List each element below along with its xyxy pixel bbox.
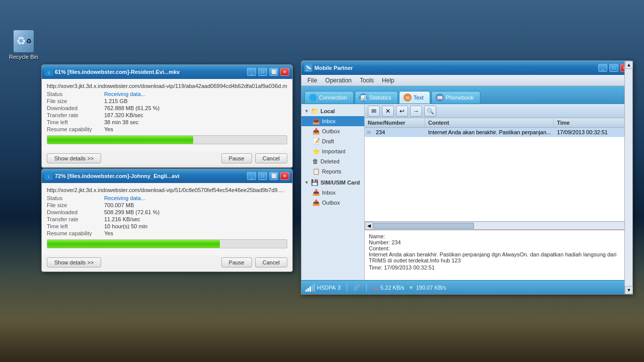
message-list-area: Name/Number Content Time ✉ 234 Internet … — [365, 118, 632, 229]
download-arrow-icon: ▼ — [409, 285, 414, 291]
download-win1-timeleft-value: 38 min 38 sec — [104, 119, 138, 125]
mobile-restore-btn[interactable]: □ — [609, 64, 618, 72]
tree-local-draft[interactable]: 📝 Draft — [301, 136, 364, 146]
download-win1-details-btn[interactable]: Show details >> — [47, 153, 101, 163]
detail-scroll-down-btn[interactable]: ▼ — [625, 286, 633, 294]
detail-scroll-track — [625, 69, 632, 286]
tree-group-sim: ▼ 💾 SIM/USIM Card 📥 Inbox 📤 Outbox — [301, 177, 364, 208]
tree-local-outbox[interactable]: 📤 Outbox — [301, 126, 364, 136]
reply-message-btn[interactable]: ↩ — [396, 106, 408, 117]
detail-content-label: Content: — [369, 245, 390, 251]
download-win2-timeleft-row: Time left 10 hour(s) 50 min — [47, 223, 287, 229]
menu-tools[interactable]: Tools — [356, 76, 378, 85]
message-time: 17/09/2013 00:32:51 — [554, 128, 624, 137]
download-win1-pause-btn[interactable]: Pause — [221, 153, 252, 163]
tree-local-outbox-label: Outbox — [322, 128, 340, 134]
mobile-partner-window: 📡 Mobile Partner _ □ ✕ File Operation To… — [301, 60, 633, 295]
tree-local-important[interactable]: ⭐ Important — [301, 146, 364, 156]
download-win2-downloaded-label: Downloaded — [47, 209, 102, 215]
download-win2-minimize-btn[interactable]: _ — [247, 172, 256, 180]
menu-operation[interactable]: Operation — [321, 76, 356, 85]
download-win1-resume-value: Yes — [104, 126, 113, 132]
download-win2-status-row: Status Receiving data... — [47, 195, 287, 201]
download-win2-transfer-label: Transfer rate — [47, 216, 102, 222]
search-message-btn[interactable]: 🔍 — [424, 106, 436, 117]
download-win1-footer: Show details >> Pause Cancel — [42, 151, 292, 167]
h-scroll-left-btn[interactable]: ◀ — [365, 222, 373, 230]
message-detail-container: Name: Number: 234 Content: Internet Anda… — [365, 229, 632, 280]
detail-scroll-up-btn[interactable]: ▲ — [625, 61, 633, 69]
tab-phonebook[interactable]: 📖 Phonebook — [431, 91, 480, 104]
download-win1-timeleft-label: Time left — [47, 119, 102, 125]
message-envelope-icon: ✉ — [365, 130, 373, 135]
download-win2-titlebar: ↓ 72% [files.indowebster.com]-Johnny_Eng… — [42, 169, 292, 183]
detail-number: Number: 234 — [369, 239, 628, 245]
signal-status: HSDPA 3 — [305, 284, 341, 292]
menu-file[interactable]: File — [303, 76, 321, 85]
h-scroll-thumb[interactable] — [373, 223, 474, 229]
download-win2-cancel-btn[interactable]: Cancel — [255, 257, 287, 267]
tab-phonebook-label: Phonebook — [446, 95, 474, 101]
new-message-btn[interactable]: ✉ — [368, 106, 380, 117]
download-win1-cancel-btn[interactable]: Cancel — [255, 153, 287, 163]
detail-scrollbar[interactable]: ▲ ▼ — [624, 61, 632, 294]
horizontal-scrollbar: ◀ ▶ — [365, 221, 632, 229]
list-item[interactable]: ✉ 234 Internet Anda akan berakhir. Pasti… — [365, 128, 624, 137]
download-window-1: ↓ 61% [files.indowebster.com]-Resident.E… — [41, 64, 293, 168]
download-win1-icon: ↓ — [45, 68, 53, 76]
download-win2-close-btn[interactable]: ✕ — [280, 172, 289, 180]
statistics-icon: 📊 — [359, 94, 367, 102]
tab-connection[interactable]: 🌐 Connection — [304, 91, 354, 104]
download-win1-url: http://xover3.jkt.3d.x.indowebster.com/d… — [47, 83, 287, 89]
download-win2-pause-btn[interactable]: Pause — [221, 257, 252, 267]
message-detail: Name: Number: 234 Content: Internet Anda… — [365, 230, 632, 280]
download-speed-status: ▼ 190.07 KB/s — [409, 285, 446, 291]
forward-message-btn[interactable]: → — [410, 106, 422, 117]
delete-message-btn[interactable]: ✕ — [382, 106, 394, 117]
message-rows-container: ✉ 234 Internet Anda akan berakhir. Pasti… — [365, 128, 632, 221]
tab-text[interactable]: ✉ Text — [399, 91, 430, 104]
recycle-bin-icon[interactable]: ♻ Recycle Bin — [9, 30, 38, 60]
download-win1-downloaded-label: Downloaded — [47, 105, 102, 111]
download-win1-status-label: Status — [47, 91, 102, 97]
signal-bar-1 — [305, 290, 307, 292]
upload-speed-status: ▲ 5.22 KB/s — [373, 285, 405, 291]
download-win2-transfer-value: 11.216 KB/sec — [104, 216, 140, 222]
tab-statistics[interactable]: 📊 Statistics — [355, 91, 398, 104]
download-win1-minimize-btn[interactable]: _ — [247, 68, 256, 76]
tree-local-reports[interactable]: 📋 Reports — [301, 166, 364, 176]
tree-sim-header[interactable]: ▼ 💾 SIM/USIM Card — [301, 177, 364, 188]
download-win1-filesize-row: File size 1.215 GB — [47, 98, 287, 104]
download-speed: 190.07 KB/s — [416, 285, 446, 291]
tree-local-deleted[interactable]: 🗑 Deleted — [301, 156, 364, 166]
download-win1-expand-btn[interactable]: ⬜ — [269, 68, 278, 76]
download-win2-body: http://xover2.jkt.3d.x.indowebster.com/d… — [42, 183, 292, 255]
download-win1-restore-btn[interactable]: □ — [258, 68, 267, 76]
detail-number-label: Number: — [369, 239, 390, 245]
download-win2-restore-btn[interactable]: □ — [258, 172, 267, 180]
download-win1-timeleft-row: Time left 38 min 38 sec — [47, 119, 287, 125]
menu-help[interactable]: Help — [378, 76, 398, 85]
tree-sim-outbox[interactable]: 📤 Outbox — [301, 198, 364, 208]
download-win2-resume-value: Yes — [104, 230, 113, 236]
tree-sim-inbox[interactable]: 📥 Inbox — [301, 188, 364, 198]
tree-local-header[interactable]: ▼ 📁 Local — [301, 106, 364, 116]
message-preview: Internet Anda akan berakhir. Pastikan pe… — [425, 128, 554, 137]
sim-outbox-icon: 📤 — [312, 199, 320, 206]
mobile-content-area: ▼ 📁 Local 📥 Inbox 📤 Outbox 📝 Draft — [301, 104, 632, 280]
signal-bars — [305, 284, 315, 292]
tree-sim-inbox-label: Inbox — [322, 190, 336, 196]
download-win1-close-btn[interactable]: ✕ — [280, 68, 289, 76]
download-win1-downloaded-row: Downloaded 762.888 MB (61.25 %) — [47, 105, 287, 111]
signal-level: 3 — [338, 285, 341, 291]
mobile-minimize-btn[interactable]: _ — [598, 64, 607, 72]
download-win1-filesize-label: File size — [47, 98, 102, 104]
message-sender: 234 — [373, 128, 425, 137]
detail-number-value: 234 — [391, 239, 400, 245]
signal-bar-3 — [309, 287, 311, 292]
tab-connection-label: Connection — [319, 95, 347, 101]
download-win2-details-btn[interactable]: Show details >> — [47, 257, 101, 267]
download-win2-expand-btn[interactable]: ⬜ — [269, 172, 278, 180]
detail-content: Content: — [369, 245, 628, 251]
tree-local-inbox[interactable]: 📥 Inbox — [301, 116, 364, 126]
